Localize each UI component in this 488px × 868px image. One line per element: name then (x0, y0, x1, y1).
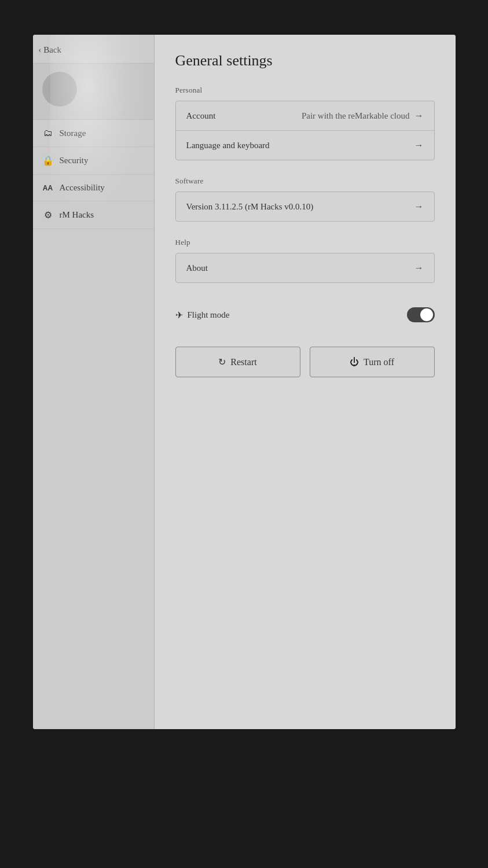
flight-mode-label: Flight mode (188, 310, 230, 320)
lock-icon: 🔒 (42, 155, 54, 166)
arrow-icon: → (414, 263, 424, 273)
action-buttons: ↻ Restart ⏻ Turn off (175, 347, 435, 377)
sidebar-item-storage[interactable]: 🗂 Storage (33, 120, 154, 147)
personal-section-label: Personal (175, 86, 435, 95)
power-icon: ⏻ (350, 357, 359, 367)
software-section-label: Software (175, 176, 435, 186)
about-right: → (414, 263, 424, 273)
restart-label: Restart (230, 357, 256, 367)
language-label: Language and keyboard (186, 141, 270, 150)
turn-off-label: Turn off (364, 357, 394, 367)
rmhacks-icon: ⚙ (42, 209, 54, 220)
screen: ‹ Back 🗂 Storage 🔒 Security AA Accessibi… (33, 35, 456, 729)
flight-mode-left: ✈ Flight mode (175, 310, 230, 321)
help-settings-group: About → (175, 253, 435, 283)
main-content: General settings Personal Account Pair w… (155, 35, 456, 729)
sidebar-profile (33, 64, 154, 120)
chevron-left-icon: ‹ (39, 46, 42, 55)
version-right: → (414, 201, 424, 212)
version-row[interactable]: Version 3.11.2.5 (rM Hacks v0.0.10) → (176, 192, 434, 221)
flight-mode-row: ✈ Flight mode ✓ (175, 299, 435, 330)
sidebar-item-rmhacks[interactable]: ⚙ rM Hacks (33, 201, 154, 229)
flight-icon: ✈ (175, 310, 183, 321)
language-row[interactable]: Language and keyboard → (176, 131, 434, 160)
accessibility-icon: AA (42, 184, 54, 192)
sidebar-item-label: Storage (60, 128, 86, 138)
arrow-icon: → (414, 140, 424, 150)
device-frame: ‹ Back 🗂 Storage 🔒 Security AA Accessibi… (0, 0, 488, 868)
sidebar-item-label: rM Hacks (60, 210, 94, 220)
about-label: About (186, 263, 208, 273)
software-settings-group: Version 3.11.2.5 (rM Hacks v0.0.10) → (175, 192, 435, 222)
sidebar-item-label: Accessibility (60, 183, 105, 193)
account-value: Pair with the reMarkable cloud (302, 111, 410, 121)
arrow-icon: → (414, 111, 424, 121)
restart-icon: ↻ (218, 356, 226, 367)
sidebar: ‹ Back 🗂 Storage 🔒 Security AA Accessibi… (33, 35, 155, 729)
about-row[interactable]: About → (176, 253, 434, 282)
account-row[interactable]: Account Pair with the reMarkable cloud → (176, 101, 434, 131)
page-title: General settings (175, 52, 435, 69)
account-right: Pair with the reMarkable cloud → (302, 111, 424, 121)
storage-icon: 🗂 (42, 128, 54, 138)
personal-settings-group: Account Pair with the reMarkable cloud →… (175, 101, 435, 160)
language-right: → (414, 140, 424, 150)
restart-button[interactable]: ↻ Restart (175, 347, 300, 377)
back-button[interactable]: ‹ Back (33, 35, 154, 64)
back-label: Back (43, 45, 61, 55)
turn-off-button[interactable]: ⏻ Turn off (310, 347, 435, 377)
version-label: Version 3.11.2.5 (rM Hacks v0.0.10) (186, 202, 314, 212)
account-label: Account (186, 111, 216, 121)
arrow-icon: → (414, 201, 424, 212)
avatar (42, 72, 77, 106)
sidebar-item-security[interactable]: 🔒 Security (33, 147, 154, 175)
help-section-label: Help (175, 238, 435, 247)
sidebar-item-label: Security (60, 156, 89, 165)
flight-mode-toggle[interactable]: ✓ (407, 307, 435, 322)
sidebar-item-accessibility[interactable]: AA Accessibility (33, 175, 154, 201)
toggle-check-icon: ✓ (425, 311, 431, 319)
